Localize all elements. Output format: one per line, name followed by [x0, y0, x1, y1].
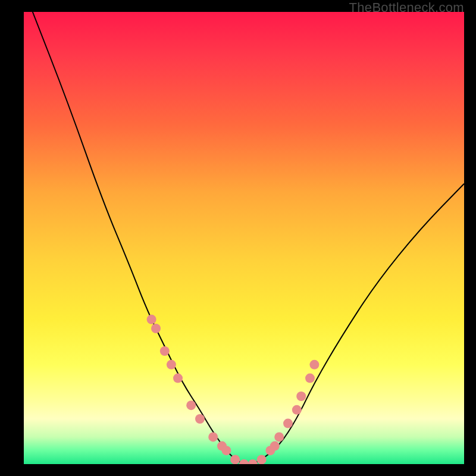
marker-dot: [167, 360, 176, 369]
marker-dot: [274, 432, 284, 441]
curve-svg: [24, 12, 464, 464]
plot-area: [24, 12, 464, 464]
marker-dot: [248, 459, 258, 464]
chart-frame: TheBottleneck.com: [0, 0, 476, 476]
marker-dot: [257, 455, 267, 464]
marker-dot: [305, 374, 315, 383]
marker-dot: [147, 315, 156, 324]
marker-dot: [283, 419, 293, 428]
marker-dot: [230, 455, 240, 464]
watermark-text: TheBottleneck.com: [349, 0, 464, 15]
marker-dot: [309, 360, 319, 369]
marker-dot: [160, 346, 170, 356]
bottleneck-curve: [33, 12, 464, 464]
marker-dot: [221, 446, 231, 455]
marker-dot: [208, 432, 218, 441]
marker-dot: [292, 405, 302, 415]
marker-dot: [173, 374, 183, 383]
marker-dots-group: [147, 315, 320, 464]
marker-dot: [239, 459, 249, 464]
marker-dot: [270, 441, 280, 451]
marker-dot: [195, 414, 205, 424]
marker-dot: [296, 392, 306, 401]
marker-dot: [186, 400, 196, 410]
marker-dot: [151, 324, 161, 333]
